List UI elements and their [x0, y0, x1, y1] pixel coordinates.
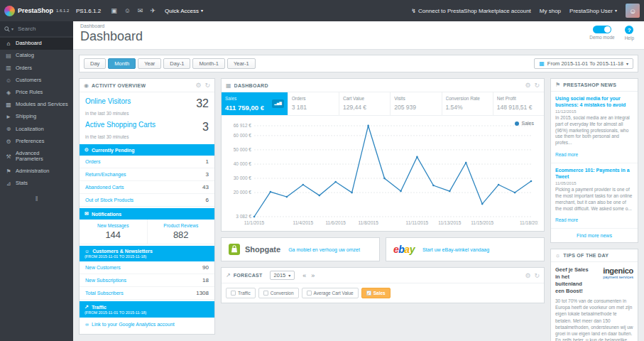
kpi-value: 1.54% — [446, 104, 489, 111]
read-more-link[interactable]: Read more — [555, 217, 578, 222]
filter-year-1-button[interactable]: Year-1 — [227, 58, 256, 69]
my-shop-link[interactable]: My shop — [540, 8, 561, 14]
marketplace-link[interactable]: ↯ Connect to PrestaShop Marketplace acco… — [411, 8, 530, 14]
settings-icon[interactable]: ⚙ — [195, 82, 201, 89]
new-customers-row[interactable]: New Customers 90 — [80, 261, 214, 274]
news-article-title-link[interactable]: Ecommerce 101: Payments in a Tweet — [555, 167, 633, 180]
settings-icon[interactable]: ⚙ — [525, 272, 530, 279]
ebay-promo[interactable]: ebay Start uw eBay-winkel vandaag — [386, 237, 545, 261]
product-reviews-cell[interactable]: Product Reviews 882 — [147, 220, 215, 244]
forecast-year-select[interactable]: 2015 ▾ — [270, 271, 295, 280]
google-analytics-link[interactable]: ∞ Link to your Google Analytics account — [80, 318, 214, 334]
filter-day-button[interactable]: Day — [84, 58, 106, 69]
forecast-next-button[interactable]: » — [310, 272, 316, 279]
sidebar-item-catalog[interactable]: ▤ Catalog — [0, 50, 73, 62]
kpi-mini-chart-icon[interactable]: ▂▅▇ — [272, 99, 283, 109]
find-more-news-link[interactable]: Find more news — [551, 229, 638, 242]
breadcrumb: Dashboard — [80, 23, 143, 28]
analytics-link-label: Link to your Google Analytics account — [92, 322, 175, 327]
demo-mode-toggle[interactable] — [593, 26, 611, 33]
new-subscriptions-row[interactable]: New Subscriptions 18 — [80, 274, 214, 287]
logo-version: 1.6.1.2 — [56, 9, 69, 13]
filter-day-1-button[interactable]: Day-1 — [163, 58, 190, 69]
row-value: 3 — [206, 171, 209, 178]
kpi-net-profit[interactable]: Net Profit 148 918,51 € — [493, 92, 544, 115]
sidebar-item-customers[interactable]: ☺ Customers — [0, 75, 73, 87]
avatar[interactable]: ☺ — [626, 4, 640, 18]
sidebar-item-label: Advanced Parameters — [16, 151, 68, 163]
filter-year-button[interactable]: Year — [138, 58, 161, 69]
sidebar-collapse-button[interactable]: ‖ — [0, 190, 73, 208]
sidebar-item-price-rules[interactable]: ◈ Price Rules — [0, 87, 73, 99]
row-value: 1 — [206, 158, 209, 165]
news-article-title-link[interactable]: Using social media for your business: 4 … — [555, 95, 633, 108]
search-input[interactable] — [16, 25, 60, 33]
chart-legend[interactable]: Sales — [515, 121, 534, 126]
cart-icon[interactable]: ▣ — [111, 7, 117, 14]
chip-label: Sales — [373, 291, 386, 296]
kpi-orders[interactable]: Orders 3 181 — [288, 92, 339, 115]
forecast-legend-traffic[interactable]: Traffic — [226, 288, 256, 298]
refresh-icon[interactable]: ↻ — [204, 82, 210, 89]
traffic-subtitle: (FROM 2015-11-01 TO 2015-11-18) — [84, 310, 209, 315]
sidebar-item-orders[interactable]: ▥ Orders — [0, 62, 73, 74]
sidebar-item-administration[interactable]: ⚑ Administration — [0, 166, 73, 178]
out-of-stock-row[interactable]: Out of Stock Products 6 — [80, 194, 214, 207]
sidebar-item-shipping[interactable]: ► Shipping — [0, 111, 73, 123]
row-value: 1308 — [196, 290, 209, 296]
forecast-legend-conversion[interactable]: Conversion — [258, 288, 299, 298]
kpi-cart-value[interactable]: Cart Value 129,44 € — [339, 92, 391, 115]
refresh-icon[interactable]: ↻ — [534, 82, 540, 89]
sidebar-item-preferences[interactable]: ⚙ Preferences — [0, 136, 73, 148]
shopgate-promo[interactable]: Shopgate Ga mobiel en verhoog uw omzet — [221, 237, 380, 261]
sidebar-search[interactable]: ▾ — [0, 21, 73, 36]
filter-month-button[interactable]: Month — [108, 58, 136, 69]
sidebar-item-modules-and-services[interactable]: ▩ Modules and Services — [0, 99, 73, 111]
launch-icon[interactable]: ✈ — [150, 7, 155, 14]
kpi-conversion-rate[interactable]: Conversion Rate 1.54% — [442, 92, 493, 115]
forecast-legend-average-cart-value[interactable]: Average Cart Value — [302, 288, 359, 298]
forecast-legend-sales[interactable]: ✓ Sales — [361, 288, 391, 298]
new-messages-cell[interactable]: New Messages 144 — [80, 220, 147, 244]
refresh-icon[interactable]: ↻ — [534, 272, 540, 279]
ingenico-logo[interactable]: ingenico payment services — [603, 266, 633, 294]
quick-access-menu[interactable]: Quick Access ▾ — [165, 8, 203, 14]
forecast-panel-title: FORECAST — [234, 273, 263, 278]
tips-of-the-day-panel: ☼ TIPS OF THE DAY Geef je Sales in het b… — [550, 249, 638, 341]
online-visitors-link[interactable]: Online Visitors — [85, 97, 131, 105]
forecast-prev-button[interactable]: « — [301, 272, 307, 279]
filter-month-1-button[interactable]: Month-1 — [192, 58, 225, 69]
total-subscribers-row[interactable]: Total Subscribers 1308 — [80, 287, 214, 300]
shopgate-promo-link[interactable]: Ga mobiel en verhoog uw omzet — [288, 247, 360, 252]
customers-icon[interactable]: ☺ — [124, 7, 131, 14]
sidebar-item-stats[interactable]: ⊿ Stats — [0, 178, 73, 190]
user-menu[interactable]: PrestaShop User ▾ — [569, 8, 617, 14]
customers-icon: ☺ — [5, 77, 12, 84]
user-name: PrestaShop User — [569, 8, 613, 14]
topbar-right: ↯ Connect to PrestaShop Marketplace acco… — [411, 4, 644, 18]
row-label: New Subscriptions — [85, 278, 126, 283]
pending-returns-row[interactable]: Return/Exchanges 3 — [80, 168, 214, 181]
sidebar-item-dashboard[interactable]: ⌂ Dashboard — [0, 38, 73, 50]
chip-label: Average Cart Value — [314, 291, 354, 296]
kpi-sales[interactable]: Sales 411 759,00 € ▂▅▇ — [222, 92, 288, 115]
sidebar-item-localization[interactable]: ⊕ Localization — [0, 123, 73, 135]
modules-icon: ▩ — [5, 102, 12, 108]
tips-panel-title: TIPS OF THE DAY — [563, 253, 608, 258]
date-range-picker[interactable]: ▦ From 2015-11-01 To 2015-11-18 ▾ — [534, 58, 633, 69]
kpi-visits[interactable]: Visits 205 939 — [391, 92, 442, 115]
messages-icon[interactable]: ✉ — [138, 7, 143, 14]
ebay-promo-link[interactable]: Start uw eBay-winkel vandaag — [422, 247, 489, 252]
help-button[interactable]: ? — [625, 26, 633, 34]
active-carts-link[interactable]: Active Shopping Carts — [85, 121, 155, 129]
abandoned-carts-row[interactable]: Abandoned Carts 43 — [80, 181, 214, 194]
pending-orders-row[interactable]: Orders 1 — [80, 156, 214, 168]
read-more-link[interactable]: Read more — [555, 152, 578, 157]
prestashop-logo[interactable]: PrestaShop 1.6.1.2 — [0, 6, 73, 16]
sidebar-item-advanced-parameters[interactable]: ⚒ Advanced Parameters — [0, 148, 73, 166]
news-article-date: 11/12/2015 — [555, 109, 633, 114]
news-panel-title: PRESTASHOP NEWS — [563, 82, 616, 87]
settings-icon[interactable]: ⚙ — [525, 82, 530, 89]
kpi-value: 148 918,51 € — [497, 104, 540, 111]
chip-label: Traffic — [238, 291, 251, 296]
